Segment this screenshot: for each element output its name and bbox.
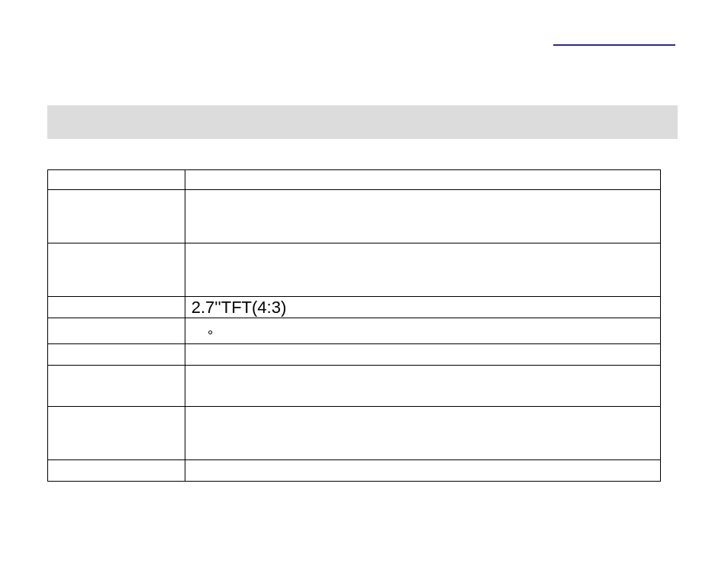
table-cell-right xyxy=(185,344,660,366)
table-row xyxy=(48,170,661,190)
table-cell-right xyxy=(185,407,660,460)
table-cell-right xyxy=(185,170,660,190)
table-cell-left xyxy=(48,190,185,243)
table-cell-right xyxy=(185,243,660,297)
table-row xyxy=(48,344,661,366)
table-cell-left xyxy=(48,318,185,344)
table-row xyxy=(48,460,661,482)
table-row: 2.7''TFT(4:3) xyxy=(48,297,661,318)
table-row xyxy=(48,407,661,460)
table-cell-right xyxy=(185,318,660,344)
table-row xyxy=(48,318,661,344)
table-cell-right: 2.7''TFT(4:3) xyxy=(185,297,660,318)
header-underline xyxy=(553,44,675,46)
table-cell-right xyxy=(185,366,660,407)
table-cell-left xyxy=(48,344,185,366)
table-row xyxy=(48,366,661,407)
table-cell-left xyxy=(48,297,185,318)
cell-text: 2.7''TFT(4:3) xyxy=(185,298,660,318)
table-cell-right xyxy=(185,460,660,482)
table-row xyxy=(48,190,661,243)
table-cell-left xyxy=(48,243,185,297)
table-cell-right xyxy=(185,190,660,243)
table-cell-left xyxy=(48,170,185,190)
table-row xyxy=(48,243,661,297)
table-cell-left xyxy=(48,460,185,482)
specs-table: 2.7''TFT(4:3) xyxy=(47,169,661,482)
table-cell-left xyxy=(48,366,185,407)
table-cell-left xyxy=(48,407,185,460)
degree-symbol: ° xyxy=(208,328,213,344)
section-header-bar xyxy=(47,105,678,139)
